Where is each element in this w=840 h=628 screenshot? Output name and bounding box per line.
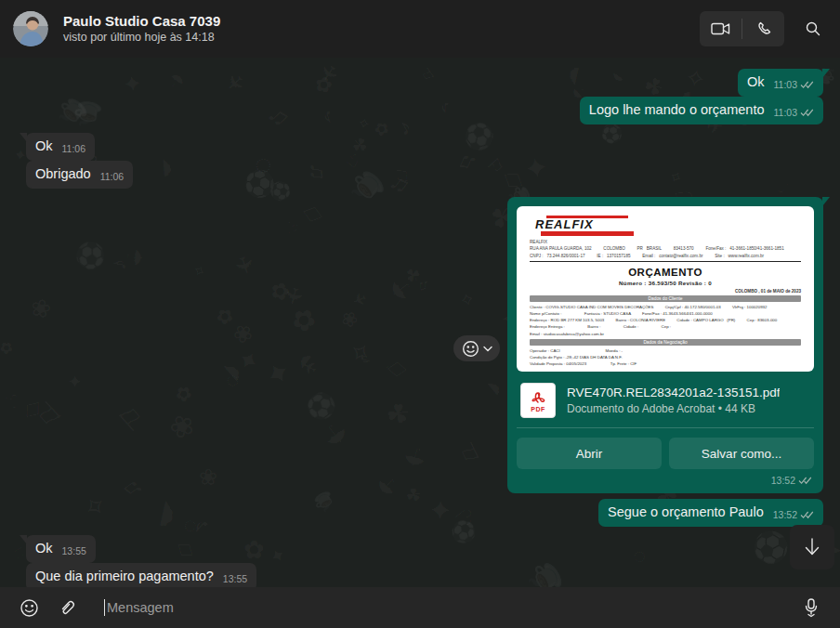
message-bubble-outgoing[interactable]: Segue o orçamento Paulo 13:52 <box>598 499 823 527</box>
message-bubble-incoming[interactable]: Ok 11:06 <box>26 133 95 161</box>
pdf-icon: PDF <box>520 383 556 418</box>
doc-number-line: Número : 36.593/50 Revisão : 0 <box>530 280 801 286</box>
message-placeholder: Mensagem <box>107 600 174 615</box>
message-list[interactable]: ✿♫☁☂♡✦⚽☕❀✧♢♪✈☘⚐◌✿♫☁☂♡✦⚽☕❀✧♢♪✈☘⚐◌✿♫☁☂♡✦⚽☕… <box>0 58 840 587</box>
emoji-icon <box>20 598 39 618</box>
message-time: 11:03 <box>774 107 798 118</box>
video-camera-icon <box>711 21 731 36</box>
divider <box>517 427 814 428</box>
text-cursor <box>104 599 105 616</box>
call-button-group <box>700 11 784 46</box>
last-seen-status: visto por último hoje às 14:18 <box>63 30 700 46</box>
save-as-button[interactable]: Salvar como... <box>669 438 814 469</box>
message-text: Ok <box>35 540 53 557</box>
double-check-icon <box>800 80 814 89</box>
contact-info[interactable]: Paulo Studio Casa 7039 visto por último … <box>63 12 700 46</box>
pdf-action-buttons: Abrir Salvar como... <box>517 438 814 469</box>
video-call-button[interactable] <box>700 11 742 46</box>
arrow-down-icon <box>802 536 822 558</box>
message-bubble-incoming[interactable]: Obrigado 11:06 <box>26 161 133 189</box>
reaction-hover-pill[interactable] <box>453 335 500 361</box>
message-time: 11:06 <box>100 171 125 182</box>
double-check-icon <box>800 510 814 519</box>
emoji-picker-button[interactable] <box>13 592 45 623</box>
message-meta: 13:52 <box>517 469 814 488</box>
pdf-file-meta: Documento do Adobe Acrobat • 44 KB <box>567 401 780 417</box>
attach-file-button[interactable] <box>52 592 84 623</box>
composer-bar: Mensagem <box>0 587 840 628</box>
doc-negotiation-rows: Operador : CACI Moeda : - Condição de Pg… <box>530 347 801 367</box>
pdf-filename: RVE470R.REL2834201a2-135151.pdf <box>567 385 780 401</box>
message-bubble-pdf-attachment[interactable]: REALFIX REALFIX RUA ANA PAULA GUARDA, 10… <box>507 197 823 493</box>
doc-section-client: Dados do Cliente <box>530 295 801 302</box>
message-bubble-outgoing[interactable]: Logo lhe mando o orçamento 11:03 <box>580 97 823 124</box>
chat-header: Paulo Studio Casa 7039 visto por último … <box>0 0 840 58</box>
message-time: 13:55 <box>223 573 247 584</box>
search-button[interactable] <box>799 15 827 43</box>
double-check-icon <box>800 108 814 117</box>
doc-section-negotiation: Dados da Negociação <box>530 339 801 346</box>
message-time: 11:06 <box>62 143 86 154</box>
voice-message-button[interactable] <box>795 592 827 623</box>
emoji-reaction-icon[interactable] <box>462 340 479 358</box>
message-input[interactable]: Mensagem <box>104 599 784 616</box>
message-text: Obrigado <box>35 165 91 183</box>
open-button[interactable]: Abrir <box>517 438 662 469</box>
message-bubble-incoming[interactable]: Ok 13:55 <box>26 535 96 563</box>
message-time: 13:52 <box>771 475 795 486</box>
message-text: Logo lhe mando o orçamento <box>589 101 765 119</box>
header-actions <box>700 11 827 46</box>
message-time: 13:52 <box>773 509 797 520</box>
whatsapp-window: Paulo Studio Casa 7039 visto por último … <box>0 0 840 628</box>
message-bubble-incoming[interactable]: Que dia primeiro pagamento? 13:55 <box>26 563 256 587</box>
doc-city-date: COLOMBO , 01 de MAIO de 2023 <box>530 289 801 294</box>
pdf-file-row[interactable]: PDF RVE470R.REL2834201a2-135151.pdf Docu… <box>517 372 814 427</box>
pdf-preview-document: REALFIX REALFIX RUA ANA PAULA GUARDA, 10… <box>517 206 814 372</box>
message-bubble-outgoing[interactable]: Ok 11:03 <box>738 69 823 97</box>
double-check-icon <box>798 476 812 485</box>
voice-call-button[interactable] <box>742 11 784 46</box>
pdf-preview-image[interactable]: REALFIX REALFIX RUA ANA PAULA GUARDA, 10… <box>517 206 814 372</box>
paperclip-icon <box>59 598 77 617</box>
avatar[interactable] <box>13 11 48 46</box>
chevron-down-icon[interactable] <box>483 346 492 352</box>
message-text: Que dia primeiro pagamento? <box>35 568 214 585</box>
realfix-logo: REALFIX <box>535 216 639 236</box>
phone-icon <box>755 20 772 37</box>
message-text: Ok <box>747 73 765 91</box>
microphone-icon <box>803 597 820 618</box>
search-icon <box>805 20 821 37</box>
scroll-to-bottom-button[interactable] <box>790 525 834 569</box>
message-text: Segue o orçamento Paulo <box>608 504 764 521</box>
doc-client-rows: Cliente : COVIG-STUDIO CASA IND COM MOVE… <box>530 304 801 337</box>
pdf-file-texts: RVE470R.REL2834201a2-135151.pdf Document… <box>567 385 780 417</box>
contact-name: Paulo Studio Casa 7039 <box>63 12 700 30</box>
doc-title: ORÇAMENTO <box>530 267 801 278</box>
doc-note: Atendendo sua prezada solicitação, temos… <box>530 371 801 372</box>
message-time: 11:03 <box>774 79 798 90</box>
message-text: Ok <box>35 137 53 155</box>
message-time: 13:55 <box>62 545 86 556</box>
doc-address-lines: REALFIX RUA ANA PAULA GUARDA, 102 COLOMB… <box>530 239 801 262</box>
